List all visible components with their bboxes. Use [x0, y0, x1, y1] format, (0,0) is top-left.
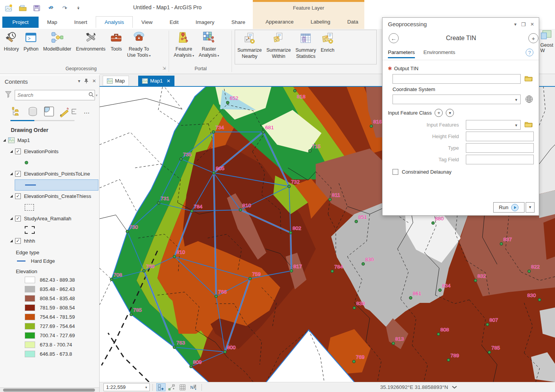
open-project-icon[interactable]: [18, 3, 28, 13]
elevation-point-837[interactable]: [500, 242, 503, 245]
elevation-point-838[interactable]: [353, 306, 355, 309]
elevation-point-817[interactable]: [290, 269, 293, 272]
save-project-icon[interactable]: [32, 3, 42, 13]
geostatistical-wizard-button-clipped[interactable]: GeostW: [540, 30, 555, 65]
close-icon[interactable]: ✕: [92, 78, 96, 84]
ribbon-button-summary-statistics[interactable]: ΣSummaryStatistics: [293, 30, 318, 64]
run-options-dropdown[interactable]: ▼: [526, 202, 535, 213]
tree-item-elevationpoints-pointstoline[interactable]: ✓ElevationPoints_PointsToLine: [0, 168, 99, 179]
elevation-point-785a[interactable]: [130, 313, 132, 316]
redo-button[interactable]: ↷▾: [59, 3, 69, 13]
elevation-point-880[interactable]: [431, 221, 434, 224]
browse-folder-icon[interactable]: [525, 75, 533, 83]
elevation-point-800[interactable]: [223, 350, 226, 353]
north-arrow-icon[interactable]: N: [189, 383, 198, 391]
ribbon-tab-map[interactable]: Map: [39, 17, 66, 28]
elevation-point-830b[interactable]: [538, 298, 541, 301]
extent-symbol[interactable]: [25, 226, 35, 234]
elevation-point-822[interactable]: [528, 270, 530, 272]
new-project-icon[interactable]: [4, 3, 14, 13]
elevation-point-851[interactable]: [355, 220, 357, 223]
elevation-point-731[interactable]: [157, 201, 160, 204]
elevation-point-810a[interactable]: [239, 208, 242, 211]
globe-icon[interactable]: [525, 95, 533, 105]
layer-symbol-row[interactable]: [0, 157, 99, 168]
ribbon-button-ready-to-use-tools[interactable]: Ready ToUse Tools ▾: [125, 29, 153, 59]
ribbon-tab-labeling[interactable]: Labeling: [302, 16, 339, 27]
help-icon[interactable]: ?: [526, 49, 533, 56]
tab-map1[interactable]: Map1 ✕: [138, 76, 174, 86]
elevation-point-818[interactable]: [293, 89, 296, 92]
scale-select[interactable]: 1:22,559▾: [103, 383, 150, 391]
elevation-point-832[interactable]: [474, 279, 477, 282]
dialog-launcher-icon[interactable]: ⇲: [162, 66, 166, 70]
sketch-icon[interactable]: [167, 383, 176, 391]
search-input[interactable]: [15, 92, 88, 98]
ribbon-tab-data[interactable]: Data: [339, 16, 367, 27]
tree-item-elevationpoints[interactable]: ✓ElevationPoints: [0, 146, 99, 157]
elevation-point-681[interactable]: [262, 130, 264, 133]
tab-map[interactable]: Map: [103, 76, 129, 86]
list-by-data-source-icon[interactable]: [26, 105, 39, 118]
ribbon-button-environments[interactable]: Environments: [74, 29, 108, 53]
search-icon[interactable]: [88, 92, 94, 99]
list-by-editing-icon[interactable]: [58, 105, 71, 118]
ribbon-button-enrich[interactable]: Enrich: [318, 30, 337, 64]
panel-menu-icon[interactable]: ▾: [514, 22, 516, 27]
float-icon[interactable]: ❒: [521, 22, 526, 27]
elevation-point-708[interactable]: [110, 278, 113, 280]
ribbon-button-history[interactable]: History: [2, 29, 21, 53]
layer-symbol-row[interactable]: [15, 179, 98, 191]
more-options-icon[interactable]: …: [80, 105, 93, 118]
tree-item-elevationpoints-createthiess[interactable]: ✓ElevationPoints_CreateThiess: [0, 191, 99, 202]
elevation-point-808[interactable]: [437, 333, 440, 335]
elevation-point-766[interactable]: [215, 295, 217, 297]
contents-horizontal-scrollbar[interactable]: [0, 387, 100, 392]
elevation-point-763[interactable]: [173, 346, 176, 348]
layer-symbol-row[interactable]: [0, 202, 99, 213]
ribbon-button-summarize-within[interactable]: SummarizeWithin: [264, 30, 293, 64]
elevation-point-807[interactable]: [486, 323, 489, 326]
elevation-point-811[interactable]: [328, 198, 331, 201]
ribbon-button-python[interactable]: >Python: [21, 29, 41, 53]
close-icon[interactable]: ✕: [530, 22, 534, 27]
layer-visibility-checkbox[interactable]: ✓: [15, 193, 21, 199]
layer-visibility-checkbox[interactable]: ✓: [15, 149, 21, 154]
elevation-point-759[interactable]: [249, 277, 251, 280]
layer-visibility-checkbox[interactable]: ✓: [15, 216, 21, 221]
ribbon-button-feature-analysis[interactable]: FeatureAnalysis ▾: [171, 29, 196, 59]
expander-icon[interactable]: [10, 195, 13, 198]
tab-environments[interactable]: Environments: [423, 49, 455, 55]
filter-icon[interactable]: [5, 91, 12, 100]
ribbon-tab-edit[interactable]: Edit: [161, 17, 187, 28]
layer-visibility-checkbox[interactable]: ✓: [15, 238, 21, 244]
snapping-toggle-icon[interactable]: [156, 383, 166, 391]
elevation-point-785b[interactable]: [488, 351, 491, 353]
customize-qat-icon[interactable]: ▾̄: [73, 3, 83, 13]
elevation-point-784a[interactable]: [190, 210, 193, 212]
add-row-icon[interactable]: +: [435, 109, 443, 117]
input-features-select[interactable]: ▼: [466, 120, 521, 130]
thiessen-symbol[interactable]: [25, 204, 34, 211]
elevation-point-805[interactable]: [212, 171, 215, 174]
ribbon-button-tools[interactable]: Tools: [108, 29, 125, 53]
ribbon-tab-insert[interactable]: Insert: [66, 17, 96, 28]
elevation-point-652[interactable]: [226, 101, 229, 104]
list-by-selection-icon[interactable]: [42, 105, 56, 118]
elevation-point-769b[interactable]: [352, 360, 355, 363]
elevation-point-816[interactable]: [370, 125, 372, 127]
ribbon-button-summarize-nearby[interactable]: SummarizeNearby: [235, 30, 264, 64]
list-by-labeling-icon[interactable]: [71, 105, 77, 118]
elevation-point-810b[interactable]: [173, 255, 176, 258]
close-tab-icon[interactable]: ✕: [167, 78, 171, 84]
tab-parameters[interactable]: Parameters: [388, 49, 415, 58]
line-symbol[interactable]: [25, 184, 36, 186]
undo-button[interactable]: ↶▾: [46, 3, 56, 13]
expander-icon[interactable]: [3, 139, 6, 142]
ribbon-tab-share[interactable]: Share: [223, 17, 254, 28]
elevation-point-730[interactable]: [126, 230, 129, 233]
ribbon-button-modelbuilder[interactable]: ModelBuilder: [41, 29, 74, 53]
ribbon-tab-imagery[interactable]: Imagery: [187, 17, 223, 28]
type-input[interactable]: [466, 143, 534, 153]
contents-menu-icon[interactable]: ▾: [78, 78, 80, 84]
